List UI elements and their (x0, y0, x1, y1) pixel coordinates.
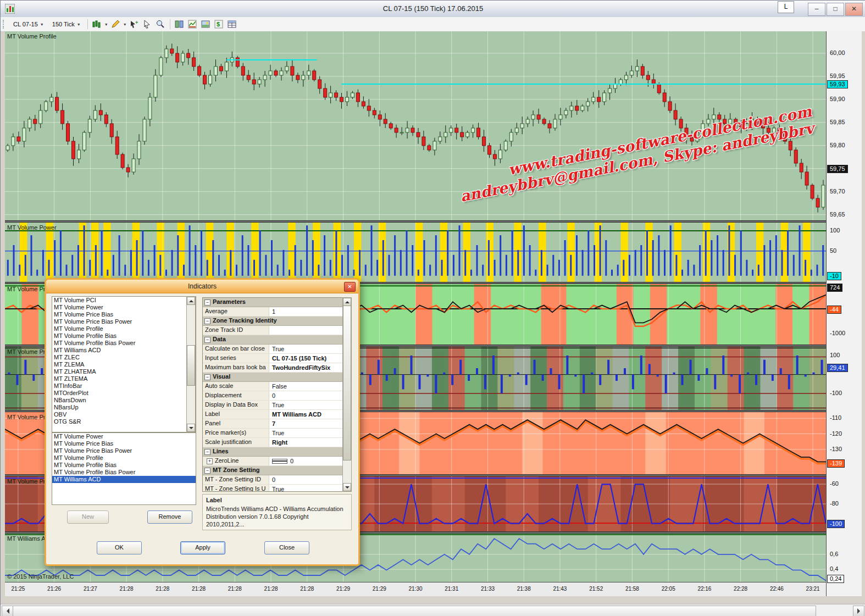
available-indicator-mt-zlema[interactable]: MT ZLEMA (52, 361, 196, 368)
prop-row-mt-zone-setting-is-u[interactable]: MT - Zone Setting Is UTrue (203, 485, 343, 492)
scroll-up-icon[interactable] (187, 297, 195, 305)
new-button[interactable]: New (67, 510, 109, 524)
prop-row-display-in-data-box[interactable]: Display in Data BoxTrue (203, 401, 343, 410)
ok-button[interactable]: OK (97, 541, 142, 554)
prop-row-panel[interactable]: Panel7 (203, 419, 343, 429)
prop-row-label[interactable]: LabelMT Williams ACD (203, 410, 343, 419)
property-value[interactable]: True (269, 345, 343, 353)
prop-row-input-series[interactable]: Input seriesCL 07-15 (150 Tick) (203, 354, 343, 363)
property-value[interactable]: Right (269, 438, 343, 447)
grid-icon[interactable] (226, 19, 238, 30)
available-indicator-mt-williams-acd[interactable]: MT Williams ACD (52, 347, 196, 354)
property-value[interactable]: MT Williams ACD (269, 410, 343, 419)
property-value[interactable]: True (269, 485, 343, 492)
prop-row-zeroline[interactable]: +ZeroLine0 (203, 457, 343, 466)
property-value[interactable]: CL 07-15 (150 Tick) (269, 354, 343, 363)
indicators-icon[interactable] (187, 19, 198, 30)
property-value[interactable]: TwoHundredFiftySix (269, 363, 343, 372)
available-indicator-mt-volume-profile-bias-power[interactable]: MT Volume Profile Bias Power (52, 340, 196, 347)
available-indicator-mt-volume-profile[interactable]: MT Volume Profile (52, 325, 196, 332)
selected-indicator-mt-volume-price-bias[interactable]: MT Volume Price Bias (52, 440, 196, 447)
snapshot-icon[interactable] (200, 19, 212, 30)
available-indicator-mt-volume-pci[interactable]: MT Volume PCI (52, 297, 196, 304)
selected-indicator-mt-volume-profile-bias[interactable]: MT Volume Profile Bias (52, 462, 196, 469)
available-indicator-mt-volume-price-bias[interactable]: MT Volume Price Bias (52, 311, 196, 318)
property-value[interactable]: 0 (269, 391, 343, 400)
available-indicator-nbarsup[interactable]: NBarsUp (52, 404, 196, 411)
prop-row-price-marker-s[interactable]: Price marker(s)True (203, 429, 343, 438)
available-indicator-obv[interactable]: OBV (52, 411, 196, 418)
dialog-titlebar[interactable]: Indicators ✕ (46, 280, 358, 293)
prop-row-displacement[interactable]: Displacement0 (203, 391, 343, 401)
available-indicator-nbarsdown[interactable]: NBarsDown (52, 397, 196, 404)
available-indicator-otg-s-r[interactable]: OTG S&R (52, 418, 196, 425)
apply-button[interactable]: Apply (180, 541, 225, 554)
minimize-button[interactable]: – (808, 3, 825, 16)
prop-section-visual[interactable]: −Visual (203, 373, 343, 382)
interval-selector[interactable]: 150 Tick ▼ (49, 19, 84, 29)
available-indicator-mtinfobar[interactable]: MTInfoBar (52, 382, 196, 390)
close-dialog-button[interactable]: Close (264, 541, 309, 554)
prop-section-zone-tracking-identity[interactable]: −Zone Tracking Identity (203, 317, 343, 326)
scroll-up-icon[interactable] (343, 298, 351, 306)
selected-indicator-mt-williams-acd[interactable]: MT Williams ACD (52, 476, 196, 483)
available-indicator-mt-zlhatema[interactable]: MT ZLHATEMA (52, 368, 196, 375)
collapse-icon[interactable]: − (204, 449, 210, 455)
prop-row-scale-justification[interactable]: Scale justificationRight (203, 438, 343, 447)
chart-trader-icon[interactable]: $ (213, 19, 225, 30)
property-value[interactable]: True (269, 401, 343, 409)
cursor-icon[interactable] (142, 19, 153, 30)
data-series-icon[interactable] (174, 19, 185, 30)
scroll-right-button[interactable] (853, 606, 864, 616)
prop-section-mt-zone-setting[interactable]: −MT Zone Setting (203, 466, 343, 475)
available-list-scrollbar[interactable] (186, 296, 196, 432)
available-indicator-mt-volume-profile-bias[interactable]: MT Volume Profile Bias (52, 332, 196, 340)
instrument-selector[interactable]: CL 07-15 ▼ (10, 19, 47, 29)
property-value[interactable] (269, 326, 343, 335)
volume-power-panel[interactable]: MT Volume Power (5, 223, 826, 282)
prop-section-lines[interactable]: −Lines (203, 447, 343, 457)
available-indicators-list[interactable]: MT Volume PCIMT Volume PowerMT Volume Pr… (52, 296, 196, 432)
collapse-icon[interactable]: − (204, 299, 210, 306)
price-axis[interactable]: 60,0059,9559,9059,8559,8059,7559,7059,65… (826, 31, 862, 596)
collapse-icon[interactable]: − (204, 374, 210, 380)
prop-row-zone-track-id[interactable]: Zone Track ID (203, 326, 343, 335)
scrollbar-thumb[interactable] (187, 345, 195, 386)
expand-icon[interactable]: + (207, 458, 213, 464)
price-panel[interactable]: MT Volume Profile (5, 31, 826, 220)
property-value[interactable]: True (269, 429, 343, 437)
property-value[interactable]: False (269, 382, 343, 391)
prop-row-maximum-bars-look-ba[interactable]: Maximum bars look baTwoHundredFiftySix (203, 363, 343, 373)
available-indicator-mt-zlec[interactable]: MT ZLEC (52, 354, 196, 361)
collapse-icon[interactable]: − (204, 318, 210, 324)
selected-indicators-list[interactable]: MT Volume PowerMT Volume Price BiasMT Vo… (52, 432, 196, 505)
link-button[interactable]: L (778, 1, 794, 13)
selected-indicator-mt-volume-profile[interactable]: MT Volume Profile (52, 454, 196, 462)
maximize-button[interactable]: □ (827, 3, 844, 16)
scroll-left-button[interactable] (2, 606, 13, 616)
remove-button[interactable]: Remove (147, 510, 192, 524)
available-indicator-mt-volume-price-bias-power[interactable]: MT Volume Price Bias Power (52, 318, 196, 325)
title-bar[interactable]: CL 07-15 (150 Tick) 17.06.2015 L – □ ✕ (1, 1, 865, 18)
zoom-icon[interactable] (155, 19, 167, 30)
selected-indicator-mt-volume-price-bias-power[interactable]: MT Volume Price Bias Power (52, 447, 196, 454)
prop-row-average[interactable]: Average1 (203, 307, 343, 317)
property-value[interactable]: 1 (269, 307, 343, 316)
available-indicator-mt-zltema[interactable]: MT ZLTEMA (52, 375, 196, 382)
properties-grid[interactable]: −ParametersAverage1−Zone Tracking Identi… (202, 297, 343, 492)
property-value[interactable]: 7 (269, 419, 343, 428)
prop-section-parameters[interactable]: −Parameters (203, 298, 343, 307)
prop-row-mt-zone-setting-id[interactable]: MT - Zone Setting ID0 (203, 475, 343, 485)
prop-row-auto-scale[interactable]: Auto scaleFalse (203, 382, 343, 391)
close-button[interactable]: ✕ (845, 3, 863, 16)
prop-section-data[interactable]: −Data (203, 335, 343, 345)
prop-row-calculate-on-bar-close[interactable]: Calculate on bar closeTrue (203, 345, 343, 354)
marker-add-icon[interactable]: + (129, 19, 140, 30)
scroll-down-icon[interactable] (187, 424, 195, 432)
horizontal-scrollbar[interactable] (1, 604, 865, 616)
dialog-close-button[interactable]: ✕ (344, 282, 356, 292)
time-axis[interactable]: 21:2521:2621:2721:2821:2821:2821:2821:28… (5, 582, 826, 597)
property-value[interactable]: 0 (269, 475, 343, 484)
scrollbar-thumb[interactable] (13, 606, 816, 616)
drawing-tools-icon[interactable] (110, 19, 121, 30)
